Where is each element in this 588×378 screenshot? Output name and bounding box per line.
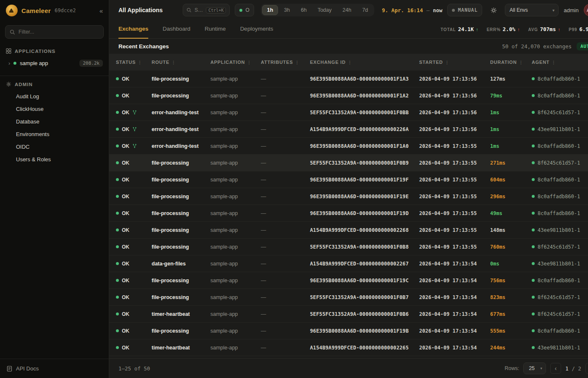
time-range-1h[interactable]: 1h bbox=[262, 5, 278, 15]
table-toolbar: Recent Exchanges 50 of 24,070 exchanges … bbox=[109, 39, 588, 54]
table-row[interactable]: OK timer-heartbeat sample-app — 5EF55FC3… bbox=[109, 306, 588, 323]
time-range-today[interactable]: Today bbox=[312, 5, 336, 15]
section-title: Recent Exchanges bbox=[118, 43, 169, 50]
table-row[interactable]: OK file-processing sample-app — 5EF55FC3… bbox=[109, 289, 588, 306]
agent-status-dot bbox=[532, 77, 535, 80]
theme-toggle-button[interactable] bbox=[487, 4, 500, 16]
table-row[interactable]: OK file-processing sample-app — 96E395B0… bbox=[109, 188, 588, 205]
next-page-button[interactable]: › bbox=[585, 363, 588, 374]
sidebar-item-database[interactable]: Database bbox=[0, 115, 109, 128]
status-label: OK bbox=[122, 227, 129, 233]
agent-status-dot bbox=[532, 312, 535, 315]
col-agent[interactable]: AGENT⋮ bbox=[532, 60, 588, 65]
sidebar-item-users-roles[interactable]: Users & Roles bbox=[0, 153, 109, 165]
rows-per-page-value: 25 bbox=[529, 365, 535, 371]
online-label: O bbox=[245, 7, 249, 13]
environment-select[interactable]: All Envs ▾ bbox=[505, 4, 559, 16]
chevron-down-icon: ▾ bbox=[541, 366, 543, 370]
online-indicator[interactable]: O bbox=[235, 4, 254, 16]
online-status-dot bbox=[239, 9, 242, 12]
table-row[interactable]: OK file-processing sample-app — 96E395B0… bbox=[109, 87, 588, 104]
time-range-24h[interactable]: 24h bbox=[338, 5, 357, 15]
table-row[interactable]: OK file-processing sample-app — 96E395B0… bbox=[109, 71, 588, 87]
global-search[interactable]: S… Ctrl+K bbox=[183, 4, 230, 16]
col-exchange-id[interactable]: EXCHANGE ID⋮ bbox=[310, 60, 419, 65]
table-row[interactable]: OK file-processing sample-app — 96E395B0… bbox=[109, 171, 588, 188]
col-application[interactable]: APPLICATION⋮ bbox=[210, 60, 261, 65]
tab-deployments[interactable]: Deployments bbox=[240, 20, 273, 39]
sidebar-collapse-icon[interactable]: « bbox=[100, 7, 103, 14]
col-route[interactable]: ROUTE⋮ bbox=[152, 60, 210, 65]
search-icon bbox=[10, 29, 15, 35]
table-row[interactable]: OK file-processing sample-app — 96E395B0… bbox=[109, 323, 588, 339]
table-header: STATUS⋮ ROUTE⋮ APPLICATION⋮ ATTRIBUTES⋮ … bbox=[109, 54, 588, 71]
sidebar-item-audit-log[interactable]: Audit Log bbox=[0, 90, 109, 102]
fork-icon bbox=[132, 127, 137, 131]
table-row[interactable]: OK file-processing sample-app — 96E395B0… bbox=[109, 205, 588, 222]
fork-icon bbox=[132, 144, 137, 148]
col-started[interactable]: STARTED⋮ bbox=[419, 60, 490, 65]
table-row[interactable]: OK error-handling-test sample-app — A154… bbox=[109, 121, 588, 138]
status-label: OK bbox=[122, 177, 129, 183]
route-cell: file-processing bbox=[152, 160, 210, 166]
sidebar-item-clickhouse[interactable]: ClickHouse bbox=[0, 102, 109, 115]
time-range-3h[interactable]: 3h bbox=[279, 5, 295, 15]
sidebar-item-oidc[interactable]: OIDC bbox=[0, 140, 109, 153]
sidebar-item-environments[interactable]: Environments bbox=[0, 128, 109, 140]
trend-up-icon: ↑ bbox=[476, 27, 478, 32]
table-row[interactable]: OK error-handling-test sample-app — 5EF5… bbox=[109, 104, 588, 121]
table-row[interactable]: OK file-processing sample-app — 96E395B0… bbox=[109, 272, 588, 289]
col-duration[interactable]: DURATION⋮ bbox=[490, 60, 532, 65]
col-attributes[interactable]: ATTRIBUTES⋮ bbox=[261, 60, 310, 65]
col-label: ROUTE bbox=[152, 60, 169, 65]
status-label: OK bbox=[122, 143, 129, 149]
attributes-cell: — bbox=[261, 294, 310, 300]
trend-up-icon: ↑ bbox=[558, 27, 560, 32]
avatar[interactable]: AD bbox=[584, 4, 588, 16]
tab-runtime[interactable]: Runtime bbox=[205, 20, 226, 39]
route-cell: file-processing bbox=[152, 177, 210, 183]
agent-cell: 8c0affadb860-1 bbox=[532, 93, 588, 99]
api-docs-link[interactable]: API Docs bbox=[0, 359, 109, 378]
time-window-display[interactable]: 9. Apr. 16:14 – now bbox=[382, 7, 442, 13]
refresh-mode-label: MANUAL bbox=[458, 7, 478, 13]
exchange-id-cell: 5EF55FC31352A9A-000000000001F0BB bbox=[310, 110, 419, 116]
exchange-id-cell: A154B9A999DFCED-0000000000002267 bbox=[310, 261, 419, 267]
time-range-6h[interactable]: 6h bbox=[296, 5, 312, 15]
sort-icon: ⋮ bbox=[445, 60, 450, 65]
table-row[interactable]: OK error-handling-test sample-app — 96E3… bbox=[109, 138, 588, 155]
status-ok-dot bbox=[116, 329, 119, 332]
table-row[interactable]: OK file-processing sample-app — A154B9A9… bbox=[109, 222, 588, 239]
prev-page-button[interactable]: ‹ bbox=[550, 363, 561, 374]
auto-refresh-badge[interactable]: AUTO bbox=[577, 42, 588, 50]
application-cell: sample-app bbox=[210, 278, 261, 284]
agent-cell: 8f6245c61d57-1 bbox=[532, 294, 588, 300]
rows-per-page-select[interactable]: 25 ▾ bbox=[523, 362, 546, 374]
application-cell: sample-app bbox=[210, 110, 261, 116]
sidebar-filter[interactable] bbox=[5, 25, 104, 39]
started-cell: 2026-04-09 17:13:55 bbox=[419, 177, 490, 183]
search-shortcut-kbd: Ctrl+K bbox=[206, 7, 226, 13]
table-row[interactable]: OK data-gen-files sample-app — A154B9A99… bbox=[109, 255, 588, 272]
agent-id: 8c0affadb860-1 bbox=[538, 93, 580, 99]
col-label: AGENT bbox=[532, 60, 549, 65]
tab-exchanges[interactable]: Exchanges bbox=[118, 20, 148, 39]
time-range-7d[interactable]: 7d bbox=[357, 5, 373, 15]
table-row[interactable]: OK file-processing sample-app — 5EF55FC3… bbox=[109, 155, 588, 171]
status-ok-dot bbox=[116, 296, 119, 299]
stat-total: TOTAL 24.1K ↑ bbox=[441, 26, 478, 32]
status-label: OK bbox=[122, 76, 129, 82]
table-row[interactable]: OK timer-heartbeat sample-app — A154B9A9… bbox=[109, 339, 588, 356]
refresh-mode-button[interactable]: MANUAL bbox=[447, 4, 482, 16]
filter-input[interactable] bbox=[18, 29, 99, 35]
agent-status-dot bbox=[532, 94, 535, 97]
col-status[interactable]: STATUS⋮ bbox=[116, 60, 152, 65]
tab-dashboard[interactable]: Dashboard bbox=[163, 20, 190, 39]
agent-status-dot bbox=[532, 228, 535, 231]
route-cell: file-processing bbox=[152, 294, 210, 300]
agent-status-dot bbox=[532, 245, 535, 248]
expand-chevron-icon[interactable]: › bbox=[8, 60, 10, 66]
table-row[interactable]: OK file-processing sample-app — 5EF55FC3… bbox=[109, 239, 588, 255]
sidebar-item-sample-app[interactable]: › sample app 208.2k bbox=[0, 57, 109, 70]
exchange-id-cell: 96E395B0088AA6D-000000000001F19C bbox=[310, 278, 419, 284]
